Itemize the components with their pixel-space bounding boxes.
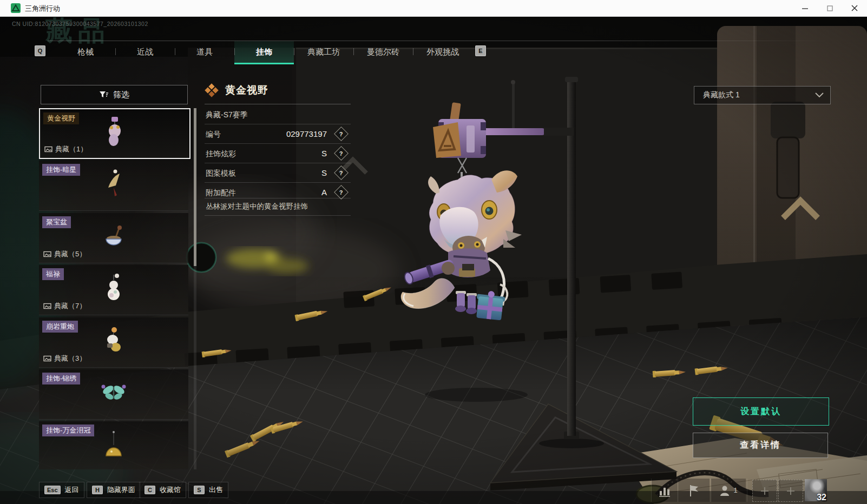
minimize-button[interactable] (792, 0, 817, 16)
player-uid: CN UID:81207303759300043577_202603101302 (12, 21, 148, 27)
item-season: 典藏-S7赛季 (206, 110, 248, 120)
picture-icon (43, 251, 51, 257)
picture-icon (44, 146, 52, 152)
item-thumbnail (97, 428, 130, 461)
flag-icon (687, 483, 700, 498)
charm-list: 黄金视野 典藏（1） 挂饰-暗星 (39, 108, 197, 469)
prev-tab-keyhint: Q (35, 45, 45, 56)
view-details-button[interactable]: 查看详情 (693, 433, 828, 458)
bar-chart-icon (658, 483, 672, 498)
plus-icon (786, 487, 795, 495)
help-icon[interactable]: ? (334, 127, 349, 141)
h-keycap: H (92, 486, 103, 494)
hotkey-collection-hall[interactable]: C 收藏馆 (139, 482, 186, 498)
collection-count-badge: 典藏（3） (43, 354, 86, 363)
help-icon[interactable]: ? (334, 185, 349, 200)
esc-keycap: Esc (44, 486, 61, 494)
help-icon[interactable]: ? (334, 146, 349, 161)
list-item-rock-cannon[interactable]: 崩岩重炮 典藏（3） (39, 317, 188, 368)
detail-row-label: 图案模板 (206, 169, 236, 178)
item-name-tag: 崩岩重炮 (42, 321, 78, 333)
hotkey-sell[interactable]: S 出售 (188, 482, 228, 498)
collection-diamond-icon (205, 83, 219, 97)
item-name-tag: 福禄 (42, 268, 64, 280)
style-dropdown[interactable]: 典藏款式 1 (694, 86, 831, 104)
item-name-tag: 聚宝盆 (42, 216, 71, 228)
list-item-dark-star[interactable]: 挂饰-暗星 (39, 161, 188, 211)
collection-count-badge: 典藏（5） (43, 249, 86, 259)
list-scrollbar-thumb[interactable] (194, 108, 196, 266)
style-dropdown-value: 典藏款式 1 (703, 90, 740, 100)
set-default-button[interactable]: 设置默认 (693, 397, 829, 426)
detail-row-value: A (321, 188, 327, 197)
item-detail-panel: 黄金视野 典藏-S7赛季 编号 029773197 ? 挂饰炫彩 S ? 图案模… (205, 81, 351, 224)
item-thumbnail (97, 167, 130, 201)
collection-count-badge: 典藏（1） (44, 144, 87, 154)
hotkey-hide-ui[interactable]: H 隐藏界面 (87, 482, 141, 498)
stats-button[interactable] (652, 479, 678, 502)
add-teammate-slot-1[interactable] (752, 480, 777, 502)
player-avatar[interactable]: 32 (805, 479, 827, 501)
tab-collection-workshop[interactable]: 典藏工坊 (294, 41, 353, 63)
list-item-treasure-bowl[interactable]: 聚宝盆 典藏（5） (39, 213, 188, 263)
item-name-tag: 黄金视野 (43, 112, 79, 124)
app-logo-icon (11, 3, 21, 13)
plus-icon (760, 487, 769, 495)
tab-appearance-challenge[interactable]: 外观挑战 (413, 41, 472, 63)
friends-button[interactable]: 1 (711, 479, 746, 502)
tab-charms[interactable]: 挂饰 (234, 41, 294, 64)
window-title: 三角洲行动 (25, 4, 60, 14)
list-item-golden-tear-crown[interactable]: 挂饰-万金泪冠 (39, 421, 188, 469)
hotkey-return[interactable]: Esc 返回 (39, 482, 84, 498)
help-icon[interactable]: ? (334, 165, 349, 180)
tab-guns[interactable]: 枪械 (56, 41, 115, 63)
detail-row-label: 编号 (206, 130, 221, 140)
detail-row-label: 挂饰炫彩 (206, 149, 236, 159)
player-level-badge: 32 (817, 493, 826, 502)
item-thumbnail (97, 220, 130, 253)
filter-label: 筛选 (113, 90, 129, 100)
c-keycap: C (144, 486, 155, 494)
item-thumbnail (97, 376, 130, 409)
detail-row-label: 附加配件 (206, 188, 236, 198)
detail-row-value: S (321, 168, 327, 177)
tab-items[interactable]: 道具 (175, 41, 234, 63)
picture-icon (43, 303, 51, 309)
detail-row-value: S (321, 149, 327, 158)
tab-mandel-brick[interactable]: 曼德尔砖 (353, 41, 413, 63)
detail-row-value: 029773197 (286, 129, 327, 138)
list-item-fulu-gourd[interactable]: 福禄 典藏（7） (39, 265, 188, 315)
item-thumbnail (97, 271, 130, 305)
filter-icon (99, 91, 108, 99)
item-title: 黄金视野 (225, 83, 268, 97)
item-thumbnail (97, 324, 130, 357)
people-icon (719, 484, 731, 497)
tab-melee[interactable]: 近战 (115, 41, 175, 63)
list-item-jinxiu-butterfly[interactable]: 挂饰-锦绣 (39, 369, 188, 420)
s-keycap: S (194, 486, 205, 494)
item-description: 丛林派对主题中的黄金视野挂饰 (206, 202, 308, 211)
item-thumbnail (98, 116, 131, 149)
window-titlebar: 三角洲行动 (0, 0, 867, 17)
friends-count: 1 (733, 486, 737, 494)
list-item-golden-vision[interactable]: 黄金视野 典藏（1） (39, 108, 191, 159)
filter-button[interactable]: 筛选 (41, 85, 188, 104)
item-name-tag: 挂饰-万金泪冠 (42, 425, 94, 436)
add-teammate-slot-2[interactable] (778, 480, 803, 502)
next-tab-keyhint: E (475, 45, 486, 56)
picture-icon (43, 355, 51, 362)
category-tabbar: 枪械 近战 道具 挂饰 典藏工坊 曼德尔砖 外观挑战 (56, 41, 472, 63)
chevron-down-icon (815, 92, 824, 98)
item-name-tag: 挂饰-锦绣 (42, 373, 80, 384)
collection-count-badge: 典藏（7） (43, 301, 86, 311)
game-window: 三角洲行动 藏品 CN UID:81207303759300043577_202… (0, 0, 867, 504)
close-button[interactable] (842, 0, 867, 16)
report-button[interactable] (678, 479, 710, 502)
item-name-tag: 挂饰-暗星 (42, 164, 80, 176)
maximize-button[interactable] (817, 0, 842, 16)
